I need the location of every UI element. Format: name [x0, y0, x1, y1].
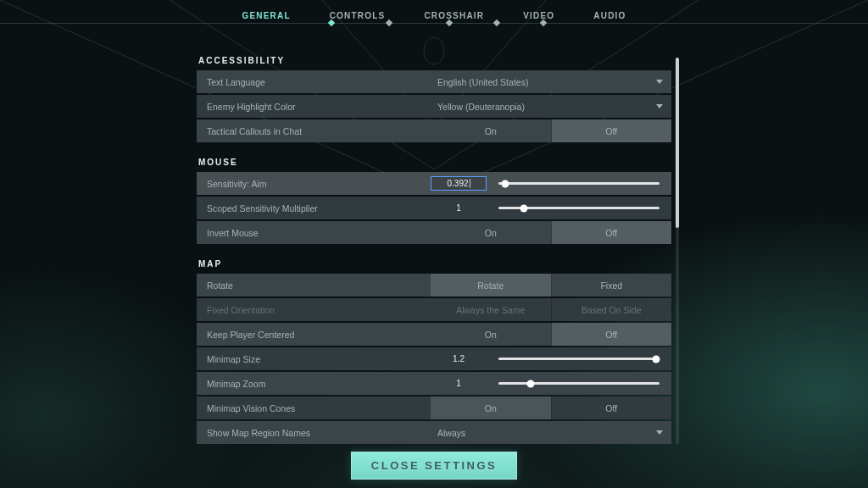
settings-tabs: GENERAL CONTROLS CROSSHAIR VIDEO AUDIO	[0, 0, 868, 29]
toggle-rotate-rotate[interactable]: Rotate	[431, 274, 551, 297]
dropdown-enemy-highlight[interactable]: Yellow (Deuteranopia)	[431, 95, 671, 118]
toggle-cones-on[interactable]: On	[431, 396, 551, 419]
tab-general[interactable]: GENERAL	[242, 11, 290, 20]
toggle-cones-off[interactable]: Off	[552, 396, 672, 419]
label-vision-cones: Minimap Vision Cones	[197, 403, 431, 413]
label-text-language: Text Language	[197, 77, 431, 87]
label-region-names: Show Map Region Names	[197, 428, 431, 438]
slider-scoped-sens[interactable]	[498, 207, 659, 209]
input-sensitivity[interactable]: 0.392	[431, 176, 487, 191]
chevron-down-icon	[656, 104, 663, 108]
slider-minimap-size[interactable]	[498, 358, 659, 360]
section-mouse: MOUSE	[198, 158, 671, 167]
dropdown-region-names[interactable]: Always	[431, 421, 671, 444]
chevron-down-icon	[656, 430, 663, 435]
label-enemy-highlight: Enemy Highlight Color	[197, 102, 431, 112]
row-fixed-orientation: Fixed Orientation Always the Same Based …	[197, 298, 671, 321]
dropdown-text-language[interactable]: English (United States)	[431, 70, 671, 93]
row-text-language: Text Language English (United States)	[197, 70, 671, 93]
label-minimap-zoom: Minimap Zoom	[197, 379, 431, 389]
row-invert-mouse: Invert Mouse On Off	[197, 221, 671, 244]
row-enemy-highlight: Enemy Highlight Color Yellow (Deuteranop…	[197, 95, 671, 118]
section-map: MAP	[198, 259, 671, 269]
label-rotate: Rotate	[197, 280, 431, 291]
toggle-rotate-fixed[interactable]: Fixed	[552, 274, 672, 297]
label-tactical-callouts: Tactical Callouts in Chat	[197, 126, 431, 136]
toggle-invert-on[interactable]: On	[431, 221, 551, 244]
row-keep-centered: Keep Player Centered On Off	[197, 323, 671, 346]
toggle-orient-same: Always the Same	[431, 298, 551, 321]
toggle-orient-side: Based On Side	[552, 298, 672, 321]
section-accessibility: ACCESSIBILITY	[198, 56, 671, 65]
label-minimap-size: Minimap Size	[197, 354, 431, 364]
row-scoped-sens: Scoped Sensitivity Multiplier 1	[197, 197, 671, 219]
toggle-centered-off[interactable]: Off	[552, 323, 672, 346]
row-rotate: Rotate Rotate Fixed	[197, 274, 671, 297]
slider-sensitivity[interactable]	[498, 182, 659, 185]
toggle-centered-on[interactable]: On	[431, 323, 551, 346]
row-tactical-callouts: Tactical Callouts in Chat On Off	[197, 119, 671, 142]
label-fixed-orientation: Fixed Orientation	[197, 305, 431, 315]
row-sensitivity: Sensitivity: Aim 0.392	[197, 172, 671, 195]
label-sensitivity: Sensitivity: Aim	[197, 179, 431, 189]
label-scoped-sens: Scoped Sensitivity Multiplier	[197, 203, 431, 214]
toggle-invert-off[interactable]: Off	[552, 221, 672, 244]
close-settings-button[interactable]: CLOSE SETTINGS	[351, 452, 517, 480]
row-minimap-zoom: Minimap Zoom 1	[197, 372, 671, 395]
label-keep-centered: Keep Player Centered	[197, 330, 431, 340]
settings-panel: ACCESSIBILITY Text Language English (Uni…	[197, 47, 671, 446]
tab-controls[interactable]: CONTROLS	[330, 11, 386, 20]
input-minimap-zoom[interactable]: 1	[431, 376, 487, 391]
row-region-names: Show Map Region Names Always	[197, 421, 671, 444]
toggle-tactical-off[interactable]: Off	[552, 119, 672, 142]
toggle-tactical-on[interactable]: On	[431, 119, 551, 142]
label-invert-mouse: Invert Mouse	[197, 228, 431, 238]
row-vision-cones: Minimap Vision Cones On Off	[197, 396, 671, 419]
tab-video[interactable]: VIDEO	[523, 11, 554, 20]
scrollbar[interactable]	[676, 58, 679, 444]
input-minimap-size[interactable]: 1.2	[431, 352, 487, 366]
row-minimap-size: Minimap Size 1.2	[197, 347, 671, 370]
tab-crosshair[interactable]: CROSSHAIR	[424, 11, 484, 20]
chevron-down-icon	[656, 80, 663, 84]
slider-minimap-zoom[interactable]	[498, 382, 659, 385]
tab-audio[interactable]: AUDIO	[593, 11, 626, 20]
input-scoped-sens[interactable]: 1	[431, 201, 487, 215]
